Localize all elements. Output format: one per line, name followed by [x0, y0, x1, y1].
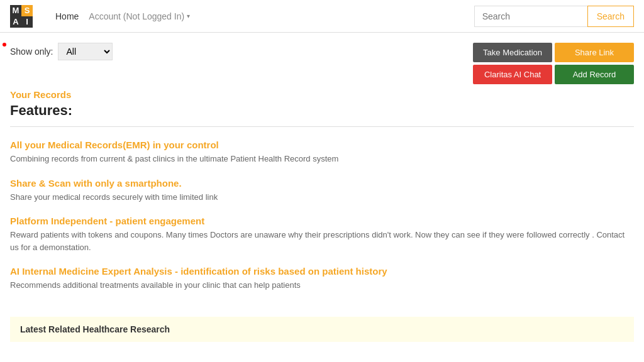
feature-item-2: Platform Independent - patient engagemen…: [10, 216, 634, 253]
nav: Home Account (Not Logged In) ▾: [55, 11, 474, 21]
feature-desc-2: Reward patients with tokens and coupons.…: [10, 229, 634, 253]
chevron-down-icon: ▾: [187, 13, 190, 19]
take-medication-button[interactable]: Take Medication: [473, 43, 552, 62]
nav-home[interactable]: Home: [55, 11, 79, 21]
add-record-button[interactable]: Add Record: [555, 65, 634, 84]
nav-account[interactable]: Account (Not Logged In) ▾: [89, 11, 190, 21]
show-only-select[interactable]: All Active Inactive: [58, 43, 113, 60]
logo-cell-i: I: [21, 16, 33, 28]
header: M S A I Home Account (Not Logged In) ▾ S…: [0, 0, 644, 33]
your-records-label: Your Records: [10, 89, 634, 100]
feature-title-2: Platform Independent - patient engagemen…: [10, 216, 634, 226]
feature-item-0: All your Medical Records(EMR) in your co…: [10, 140, 634, 165]
show-only-control: Show only: All Active Inactive: [10, 43, 113, 60]
feature-item-1: Share & Scan with only a smartphone. Sha…: [10, 178, 634, 204]
features-title: Features:: [10, 102, 634, 119]
logo-grid: M S A I: [10, 5, 33, 28]
logo: M S A I: [10, 5, 43, 28]
logo-cell-s: S: [21, 5, 33, 16]
search-area: Search: [474, 6, 634, 27]
main-content: Your Records Features: All your Medical …: [0, 89, 644, 317]
search-input[interactable]: [474, 6, 587, 27]
feature-item-3: AI Internal Medicine Expert Analysis - i…: [10, 266, 634, 292]
features-list: All your Medical Records(EMR) in your co…: [10, 140, 634, 292]
divider: [10, 126, 634, 127]
share-link-button[interactable]: Share Link: [555, 43, 634, 62]
feature-desc-3: Recommends additional treatments availab…: [10, 279, 634, 292]
feature-title-1: Share & Scan with only a smartphone.: [10, 178, 634, 189]
controls-bar: Show only: All Active Inactive Take Medi…: [0, 33, 644, 89]
logo-cell-a: A: [10, 16, 21, 28]
show-only-label: Show only:: [10, 47, 53, 57]
notification-dot: [3, 43, 6, 47]
latest-research-section: Latest Related Healthcare Research: [10, 317, 634, 342]
search-button[interactable]: Search: [587, 6, 634, 27]
account-label: Account (Not Logged In): [89, 11, 184, 21]
logo-cell-m: M: [10, 5, 21, 16]
action-buttons: Take Medication Share Link Claritas AI C…: [473, 43, 634, 84]
latest-research-label: Latest Related Healthcare Research: [20, 324, 170, 334]
claritas-ai-chat-button[interactable]: Claritas AI Chat: [473, 65, 552, 84]
feature-title-0: All your Medical Records(EMR) in your co…: [10, 140, 634, 150]
feature-title-3: AI Internal Medicine Expert Analysis - i…: [10, 266, 634, 277]
feature-desc-1: Share your medical records securely with…: [10, 191, 634, 204]
feature-desc-0: Combining records from current & past cl…: [10, 153, 634, 165]
